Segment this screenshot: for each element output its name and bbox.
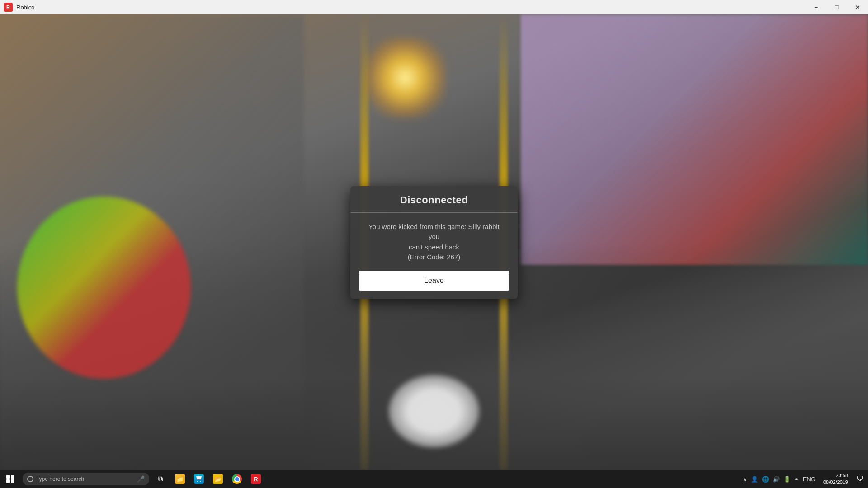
notification-icon: 🗨 (856, 475, 863, 483)
roblox-icon: R (251, 474, 261, 484)
svg-point-1 (200, 481, 201, 482)
people-icon[interactable]: 👤 (750, 476, 760, 483)
game-viewport: Disconnected You were kicked from this g… (0, 14, 868, 470)
pen-icon[interactable]: ✒ (793, 476, 801, 483)
search-placeholder-text: Type here to search (36, 476, 84, 482)
dialog-message-line1: You were kicked from this game: Silly ra… (368, 223, 500, 241)
win-pane-1 (6, 475, 10, 479)
dialog-overlay: Disconnected You were kicked from this g… (0, 14, 868, 470)
dialog-footer: Leave (350, 271, 518, 299)
taskbar-app-explorer[interactable]: 📁 (171, 470, 189, 488)
clock-time: 20:58 (835, 472, 848, 479)
windows-logo-icon (6, 475, 14, 483)
titlebar: R Roblox − □ ✕ (0, 0, 868, 14)
folder-icon: 📂 (213, 474, 223, 484)
window-controls: − □ ✕ (806, 0, 868, 14)
volume-icon[interactable]: 🔊 (771, 476, 781, 483)
win-pane-2 (11, 475, 14, 479)
search-bar[interactable]: Type here to search 🎤 (23, 473, 149, 485)
store-icon (194, 474, 204, 484)
svg-point-0 (197, 481, 198, 482)
win-pane-3 (6, 479, 10, 483)
win-pane-4 (11, 479, 14, 483)
taskbar-app-chrome[interactable] (228, 470, 246, 488)
taskbar-app-store[interactable] (190, 470, 208, 488)
app-icon: R (4, 3, 13, 12)
dialog-title: Disconnected (400, 194, 468, 206)
task-view-button[interactable]: ⧉ (151, 470, 169, 488)
window-title: Roblox (16, 4, 806, 11)
dialog-message-line3: (Error Code: 267) (408, 253, 461, 261)
minimize-button[interactable]: − (806, 0, 826, 14)
microphone-icon[interactable]: 🎤 (137, 475, 145, 483)
tray-chevron-icon[interactable]: ∧ (741, 476, 749, 483)
language-label[interactable]: ENG (802, 476, 817, 483)
disconnected-dialog: Disconnected You were kicked from this g… (350, 186, 518, 299)
close-button[interactable]: ✕ (847, 0, 868, 14)
clock-date: 08/02/2019 (823, 479, 848, 486)
dialog-header: Disconnected (350, 186, 518, 213)
leave-button[interactable]: Leave (359, 271, 509, 291)
battery-icon[interactable]: 🔋 (782, 476, 792, 483)
maximize-button[interactable]: □ (826, 0, 847, 14)
search-icon (27, 476, 33, 482)
task-view-icon: ⧉ (158, 475, 163, 483)
dialog-body: You were kicked from this game: Silly ra… (350, 213, 518, 271)
clock[interactable]: 20:58 08/02/2019 (820, 472, 852, 486)
taskbar-apps: 📁 📂 R (171, 470, 265, 488)
taskbar-app-roblox[interactable]: R (247, 470, 265, 488)
taskbar-app-folder[interactable]: 📂 (209, 470, 227, 488)
system-tray: ∧ 👤 🌐 🔊 🔋 ✒ ENG (739, 470, 820, 488)
start-button[interactable] (0, 470, 21, 488)
dialog-message-line2: can't speed hack (409, 243, 459, 251)
notification-button[interactable]: 🗨 (852, 470, 868, 488)
taskbar: Type here to search 🎤 ⧉ 📁 📂 R ∧ 👤 🌐 🔊 (0, 470, 868, 488)
network-icon[interactable]: 🌐 (760, 476, 770, 483)
explorer-icon: 📁 (175, 474, 185, 484)
chrome-icon (232, 474, 242, 484)
